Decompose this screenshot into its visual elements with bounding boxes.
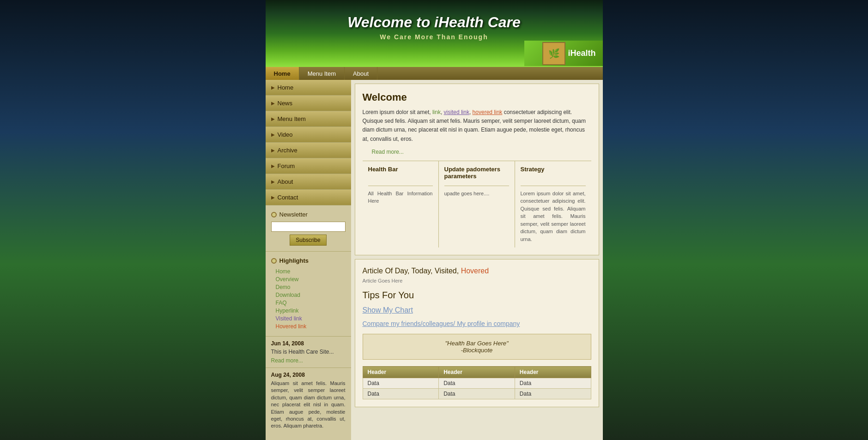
arrow-icon: ▶ bbox=[271, 85, 275, 90]
blog-date-1: Jun 14, 2008 bbox=[271, 340, 346, 347]
list-item: FAQ bbox=[276, 299, 346, 306]
blog-text-2: Aliquam sit amet felis. Mauris semper, v… bbox=[271, 380, 346, 430]
newsletter-label: Newsletter bbox=[271, 211, 346, 218]
sidebar-item-archive[interactable]: ▶ Archive bbox=[266, 143, 351, 158]
arrow-icon: ▶ bbox=[271, 179, 275, 184]
sidebar-item-forum[interactable]: ▶ Forum bbox=[266, 158, 351, 174]
sidebar-item-about-label: About bbox=[278, 178, 293, 185]
health-col-2: Update padometers parameters upadte goes… bbox=[439, 161, 515, 248]
table-cell: Data bbox=[439, 389, 515, 399]
site-subtitle: We Care More Than Enough bbox=[266, 33, 603, 41]
header-logo: 🌿 iHealth bbox=[524, 41, 603, 66]
welcome-title: Welcome bbox=[363, 91, 591, 103]
blog-read-more-1[interactable]: Read more... bbox=[271, 357, 303, 364]
nav-item-about[interactable]: About bbox=[345, 67, 377, 80]
table-cell: Data bbox=[363, 389, 439, 399]
site-header: Welcome to iHealth Care We Care More Tha… bbox=[266, 0, 603, 67]
highlights-section: Highlights Home Overview Demo Download F… bbox=[266, 252, 351, 336]
highlights-hyperlink-link[interactable]: Hyperlink bbox=[276, 307, 299, 314]
highlights-home-link[interactable]: Home bbox=[276, 268, 291, 275]
compare-link[interactable]: Compare my friends/colleagues/ My profil… bbox=[363, 320, 591, 327]
tips-title: Tips For You bbox=[363, 290, 591, 301]
blog-text-1: This is Health Care Site... bbox=[271, 349, 346, 355]
arrow-icon: ▶ bbox=[271, 132, 275, 137]
article-goes-here: Article Goes Here bbox=[363, 278, 591, 283]
table-header-3: Header bbox=[515, 367, 591, 378]
health-col-1-title: Health Bar bbox=[368, 166, 433, 186]
health-col-3: Strategy Lorem ipsum dolor sit amet, con… bbox=[515, 161, 591, 248]
show-chart-link[interactable]: Show My Chart bbox=[363, 306, 591, 314]
welcome-comma2: , bbox=[469, 109, 473, 115]
welcome-link2[interactable]: visited link bbox=[444, 109, 469, 115]
highlights-demo-link[interactable]: Demo bbox=[276, 284, 291, 290]
highlights-hovered-text: Hovered link bbox=[276, 323, 307, 330]
blog-entry-1: Jun 14, 2008 This is Health Care Site...… bbox=[266, 336, 351, 368]
health-col-3-title: Strategy bbox=[521, 166, 586, 186]
list-item: Overview bbox=[276, 276, 346, 283]
health-col-2-title: Update padometers parameters bbox=[444, 166, 509, 186]
logo-text: iHealth bbox=[568, 48, 595, 58]
article-title-normal: Article Of Day, Today, Visited, bbox=[363, 267, 459, 275]
welcome-text: Lorem ipsum dolor sit amet, link, visite… bbox=[363, 108, 591, 144]
sidebar-item-news-label: News bbox=[278, 100, 293, 107]
sidebar-item-contact[interactable]: ▶ Contact bbox=[266, 190, 351, 205]
page-wrapper: Welcome to iHealth Care We Care More Tha… bbox=[266, 0, 603, 440]
sidebar-item-video[interactable]: ▶ Video bbox=[266, 127, 351, 143]
highlights-label: Highlights bbox=[271, 257, 346, 264]
sidebar-item-contact-label: Contact bbox=[278, 194, 298, 201]
welcome-comma1: , bbox=[441, 109, 444, 115]
welcome-text-before: Lorem ipsum dolor sit amet, bbox=[363, 109, 432, 115]
welcome-box: Welcome Lorem ipsum dolor sit amet, link… bbox=[355, 84, 599, 255]
table-cell: Data bbox=[363, 378, 439, 389]
sidebar-item-home[interactable]: ▶ Home bbox=[266, 80, 351, 96]
newsletter-radio[interactable] bbox=[271, 212, 277, 217]
sidebar-item-archive-label: Archive bbox=[278, 147, 297, 154]
site-title: Welcome to iHealth Care bbox=[266, 0, 603, 31]
health-col-2-content: upadte goes here.... bbox=[444, 190, 509, 198]
subscribe-button[interactable]: Subscribe bbox=[290, 235, 326, 246]
newsletter-text: Newsletter bbox=[279, 211, 308, 218]
arrow-icon: ▶ bbox=[271, 195, 275, 200]
table-header-1: Header bbox=[363, 367, 439, 378]
list-item: Home bbox=[276, 268, 346, 275]
health-col-1-content: All Health Bar Information Here bbox=[368, 190, 433, 205]
highlights-radio[interactable] bbox=[271, 258, 277, 264]
sidebar-item-about[interactable]: ▶ About bbox=[266, 174, 351, 190]
table-cell: Data bbox=[515, 378, 591, 389]
list-item: Hyperlink bbox=[276, 307, 346, 314]
welcome-read-more[interactable]: Read more... bbox=[372, 149, 404, 155]
table-header-2: Header bbox=[439, 367, 515, 378]
sidebar-item-home-label: Home bbox=[278, 84, 294, 91]
sidebar-item-menuitem-label: Menu Item bbox=[278, 115, 306, 122]
list-item: Visited link bbox=[276, 315, 346, 322]
health-col-3-content: Lorem ipsum dolor sit amet, consectetuer… bbox=[521, 190, 586, 243]
highlights-list: Home Overview Demo Download FAQ Hyperlin… bbox=[271, 268, 346, 330]
welcome-link3[interactable]: hovered link bbox=[473, 109, 503, 115]
main-layout: ▶ Home ▶ News ▶ Menu Item ▶ Video ▶ Arch… bbox=[266, 80, 603, 440]
sidebar-item-news[interactable]: ▶ News bbox=[266, 96, 351, 111]
arrow-icon: ▶ bbox=[271, 163, 275, 169]
highlights-download-link[interactable]: Download bbox=[276, 292, 300, 298]
newsletter-section: Newsletter Subscribe bbox=[266, 205, 351, 252]
highlights-overview-link[interactable]: Overview bbox=[276, 276, 299, 283]
sidebar: ▶ Home ▶ News ▶ Menu Item ▶ Video ▶ Arch… bbox=[266, 80, 351, 440]
list-item: Hovered link bbox=[276, 323, 346, 330]
nav-item-menuitem[interactable]: Menu Item bbox=[299, 67, 345, 80]
newsletter-input[interactable] bbox=[271, 222, 346, 232]
sidebar-item-menuitem[interactable]: ▶ Menu Item bbox=[266, 111, 351, 127]
list-item: Download bbox=[276, 291, 346, 298]
nav-item-home[interactable]: Home bbox=[266, 67, 299, 80]
arrow-icon: ▶ bbox=[271, 101, 275, 106]
health-grid: Health Bar All Health Bar Information He… bbox=[363, 161, 591, 248]
list-item: Demo bbox=[276, 283, 346, 290]
content-area: Welcome Lorem ipsum dolor sit amet, link… bbox=[351, 80, 603, 440]
logo-icon: 🌿 bbox=[542, 42, 565, 65]
welcome-link1[interactable]: link bbox=[432, 109, 441, 115]
highlights-faq-link[interactable]: FAQ bbox=[276, 300, 287, 306]
sidebar-item-forum-label: Forum bbox=[278, 163, 295, 169]
arrow-icon: ▶ bbox=[271, 148, 275, 153]
table-row: Data Data Data bbox=[363, 389, 591, 399]
nav-bar: Home Menu Item About bbox=[266, 67, 603, 80]
health-col-1: Health Bar All Health Bar Information He… bbox=[363, 161, 439, 248]
highlights-visited-link[interactable]: Visited link bbox=[276, 315, 302, 322]
